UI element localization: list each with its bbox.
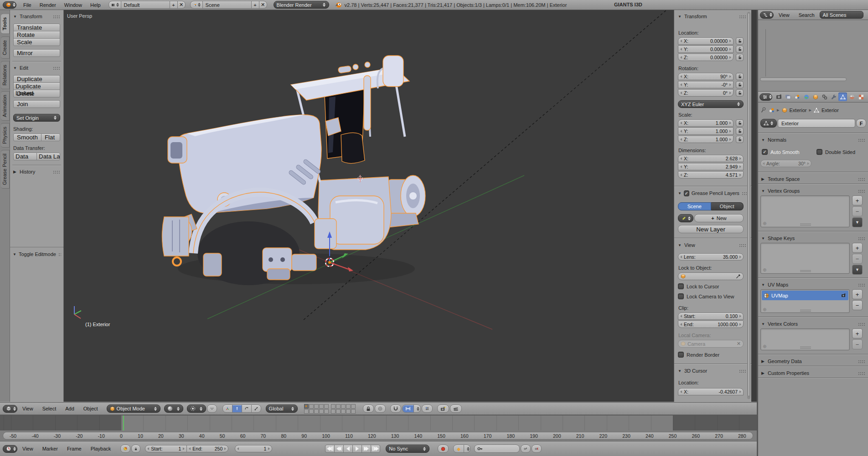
auto-keyframe-button[interactable]: [438, 445, 449, 453]
add-uv-map-button[interactable]: +: [852, 289, 863, 299]
list-grip[interactable]: [800, 347, 811, 348]
snap-target-button[interactable]: [422, 405, 433, 413]
add-vertex-color-button[interactable]: +: [852, 328, 863, 338]
gp-draw-mode-button[interactable]: [678, 214, 693, 222]
panel-header-vertex-groups[interactable]: ▼ Vertex Groups: [761, 187, 865, 195]
layer-toggle[interactable]: [331, 409, 336, 414]
add-shape-key-button[interactable]: +: [852, 243, 863, 253]
duplicate-linked-button[interactable]: Duplicate Linked: [13, 82, 60, 90]
list-resize-icon[interactable]: ⊕: [763, 221, 766, 226]
tab-scene[interactable]: [793, 92, 801, 101]
sync-mode-select[interactable]: No Sync: [386, 445, 429, 453]
scale-y-field[interactable]: Y:1.000: [678, 128, 734, 135]
manipulate-center-points-button[interactable]: [207, 405, 217, 413]
layer-toggle[interactable]: [336, 404, 341, 409]
clip-start-field[interactable]: Start:0.100: [678, 313, 744, 320]
screen-layout-value[interactable]: Default: [121, 1, 170, 9]
use-preview-range-button[interactable]: [120, 445, 130, 453]
pivot-point-select[interactable]: [187, 405, 206, 413]
rotation-x-field[interactable]: X:90°: [678, 73, 734, 80]
lock-frame-range-button[interactable]: [131, 445, 140, 453]
vertex-groups-list[interactable]: ⊕: [760, 195, 850, 227]
shape-keys-list[interactable]: ⊕: [760, 243, 850, 274]
remove-vertex-color-button[interactable]: −: [852, 339, 863, 349]
viewport-menu-add[interactable]: Add: [61, 406, 78, 411]
dimension-y-field[interactable]: Y:2.949: [678, 163, 744, 170]
frame-end-field[interactable]: End:250: [186, 445, 228, 452]
fake-user-button[interactable]: F: [856, 119, 866, 128]
jump-to-start-button[interactable]: [325, 445, 335, 453]
panel-header-uv-maps[interactable]: ▼ UV Maps: [761, 281, 865, 288]
snap-toggle-button[interactable]: [390, 405, 401, 413]
location-z-field[interactable]: Z:0.00000: [678, 54, 734, 61]
blender-menu-button[interactable]: [3, 1, 16, 9]
vertex-group-specials-button[interactable]: ▼: [852, 217, 863, 227]
keying-set-icon-button[interactable]: ◆: [453, 445, 464, 453]
panel-grip[interactable]: [739, 15, 746, 18]
layer-toggle-active[interactable]: [304, 404, 309, 409]
panel-grip[interactable]: [858, 360, 865, 363]
panel-grip[interactable]: [858, 178, 865, 181]
outliner-filter-select[interactable]: All Scenes: [820, 11, 863, 19]
panel-header-history[interactable]: ▶ History: [13, 168, 60, 175]
frame-start-field[interactable]: Start:1: [145, 445, 187, 452]
layer-toggle[interactable]: [319, 409, 324, 414]
opengl-render-image-button[interactable]: [437, 405, 449, 413]
current-frame-line[interactable]: [123, 415, 124, 430]
layer-toggle[interactable]: [324, 409, 329, 414]
uvmap-list-item[interactable]: UVMap: [762, 291, 848, 300]
layer-toggle[interactable]: [346, 409, 351, 414]
panel-grip[interactable]: [53, 67, 60, 70]
list-resize-icon[interactable]: ⊕: [763, 344, 766, 349]
list-grip[interactable]: [800, 270, 811, 272]
viewport-menu-view[interactable]: View: [18, 406, 37, 411]
delete-button[interactable]: Delete: [13, 90, 60, 97]
close-scene-button[interactable]: ✕: [259, 1, 267, 9]
mesh-crumb-icon[interactable]: [814, 108, 819, 113]
panel-grip[interactable]: [858, 372, 865, 375]
tab-world[interactable]: [802, 92, 811, 101]
join-button[interactable]: Join: [13, 100, 60, 108]
panel-header-transform[interactable]: ▼ Transform: [13, 13, 60, 20]
panel-grip[interactable]: [858, 138, 865, 142]
outliner-menu-search[interactable]: Search: [795, 12, 819, 18]
location-x-field[interactable]: X:0.00000: [678, 37, 734, 45]
timeline-menu-frame[interactable]: Frame: [63, 446, 86, 451]
mesh-id-button[interactable]: [760, 119, 777, 128]
duplicate-button[interactable]: Duplicate: [13, 75, 60, 83]
add-scene-button[interactable]: +: [251, 1, 259, 9]
lock-camera-checkbox[interactable]: [678, 293, 684, 299]
tab-object-data[interactable]: [838, 92, 847, 101]
layer-toggle[interactable]: [331, 404, 336, 409]
lock-location-x-button[interactable]: [736, 37, 744, 45]
manipulator-axes-button[interactable]: [222, 405, 232, 413]
opengl-render-anim-button[interactable]: [450, 405, 462, 413]
scale-z-field[interactable]: Z:1.000: [678, 136, 734, 143]
lock-scale-z-button[interactable]: [736, 136, 744, 143]
close-layout-button[interactable]: ✕: [177, 1, 186, 9]
add-vertex-group-button[interactable]: +: [852, 195, 863, 205]
toolshelf-tab-2[interactable]: Relations: [1, 61, 10, 89]
tab-modifiers[interactable]: [829, 92, 838, 101]
active-keying-set-field[interactable]: [474, 445, 520, 453]
panel-grip[interactable]: [53, 170, 60, 174]
tab-render[interactable]: [775, 92, 783, 101]
translate-button[interactable]: Translate: [13, 24, 60, 31]
jump-to-end-button[interactable]: [371, 445, 380, 453]
lock-to-cursor-checkbox[interactable]: [678, 283, 684, 289]
render-border-checkbox[interactable]: [678, 352, 684, 358]
outliner-editor-type-button[interactable]: [760, 11, 774, 19]
rotation-z-field[interactable]: Z:0°: [678, 89, 734, 97]
panel-header-geometry-data[interactable]: ▶ Geometry Data: [761, 358, 865, 365]
panel-header-3d-cursor[interactable]: ▼ 3D Cursor: [678, 367, 746, 374]
layer-toggle[interactable]: [341, 409, 346, 414]
breadcrumb-object-name[interactable]: Exterior: [790, 108, 807, 113]
snap-element-spinner[interactable]: [413, 405, 421, 413]
data-button[interactable]: Data: [13, 153, 37, 160]
lock-scale-x-button[interactable]: [736, 119, 744, 127]
panel-header-custom-properties[interactable]: ▶ Custom Properties: [761, 369, 865, 377]
outliner-menu-view[interactable]: View: [775, 12, 794, 18]
viewport-editor-type-button[interactable]: [3, 405, 17, 413]
clear-camera-icon[interactable]: ✕: [737, 341, 741, 347]
lock-rotation-z-button[interactable]: [736, 89, 744, 97]
